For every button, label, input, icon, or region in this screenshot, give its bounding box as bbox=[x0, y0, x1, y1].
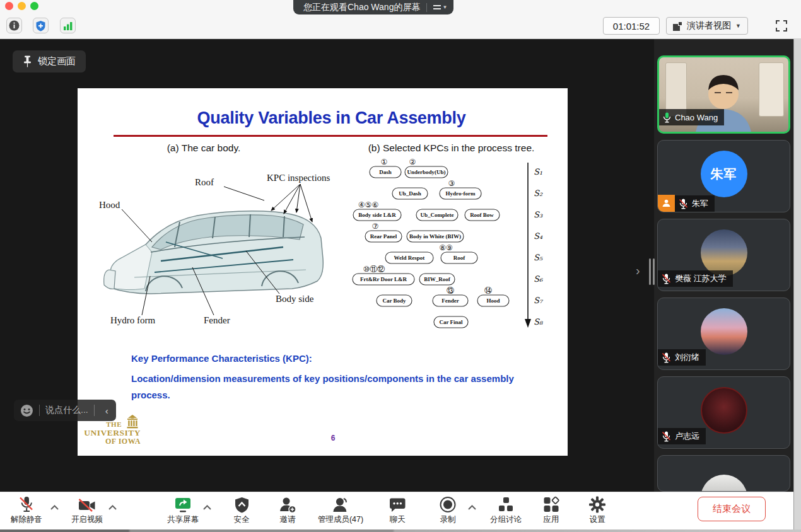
chat-input-placeholder[interactable]: 说点什么... bbox=[45, 405, 88, 416]
security-button[interactable]: 安全 bbox=[234, 495, 250, 525]
mic-muted-icon bbox=[662, 274, 671, 284]
pin-screen-button[interactable]: 锁定画面 bbox=[13, 50, 86, 72]
video-options-chevron[interactable] bbox=[108, 501, 117, 512]
stage-label: S₈ bbox=[534, 317, 543, 327]
pin-icon bbox=[23, 55, 32, 67]
background-window-bottom-edge bbox=[0, 529, 801, 532]
kpc-number-mark: ① bbox=[381, 158, 388, 166]
watching-screen-banner: 您正在观看Chao Wang的屏幕 ▼ bbox=[293, 0, 453, 14]
view-mode-label: 演讲者视图 bbox=[687, 20, 731, 32]
window-titlebar: 您正在观看Chao Wang的屏幕 ▼ 01:01:52 演讲者视图 ▼ bbox=[0, 0, 801, 39]
chat-quick-input[interactable]: 说点什么... ‹ bbox=[14, 400, 116, 421]
tree-node: Underbody(Ub) bbox=[407, 169, 445, 175]
view-mode-dropdown[interactable]: 演讲者视图 ▼ bbox=[666, 17, 748, 35]
toolbar-label: 设置 bbox=[590, 514, 605, 525]
watching-screen-text: 您正在观看Chao Wang的屏幕 bbox=[303, 2, 420, 13]
chevron-down-icon: ▼ bbox=[735, 23, 741, 29]
toolbar-label: 管理成员(47) bbox=[318, 514, 363, 525]
stage-label: S₂ bbox=[534, 188, 543, 198]
participant-tile-fanwei[interactable]: 樊薇 江苏大学 bbox=[657, 219, 790, 291]
share-options-chevron[interactable] bbox=[203, 501, 211, 512]
participant-avatar bbox=[701, 308, 747, 355]
toolbar-label: 聊天 bbox=[390, 514, 406, 525]
meeting-toolbar: 解除静音 开启视频 共享屏幕 bbox=[0, 492, 793, 529]
network-stats-button[interactable] bbox=[60, 18, 76, 33]
pin-screen-label: 锁定画面 bbox=[38, 55, 76, 67]
car-label-hood: Hood bbox=[99, 200, 120, 210]
participant-tile-liuyanxu[interactable]: 刘衍绪 bbox=[657, 298, 790, 370]
toolbar-label: 开启视频 bbox=[71, 514, 103, 525]
audio-options-chevron[interactable] bbox=[50, 501, 59, 512]
toolbar-label: 应用 bbox=[544, 514, 559, 525]
record-options-chevron[interactable] bbox=[468, 501, 476, 512]
record-icon bbox=[440, 496, 457, 513]
tree-node: BIW_Roof bbox=[424, 276, 451, 282]
chat-collapse-button[interactable]: ‹ bbox=[100, 405, 114, 416]
participant-tile-chao-wang[interactable]: Chao Wang bbox=[657, 55, 790, 134]
stage-label: S₇ bbox=[534, 296, 544, 305]
emoji-smiley-icon[interactable] bbox=[20, 404, 33, 417]
meeting-info-button[interactable] bbox=[6, 18, 22, 33]
participant-tile-zhujun[interactable]: 朱军 朱军 bbox=[657, 140, 790, 212]
manage-participants-button[interactable]: 管理成员(47) bbox=[318, 495, 363, 525]
macos-zoom-button[interactable] bbox=[30, 2, 38, 10]
record-button[interactable]: 录制 bbox=[440, 495, 457, 525]
mic-muted-icon bbox=[662, 431, 671, 442]
mic-on-icon bbox=[663, 112, 671, 123]
unmute-button[interactable]: 解除静音 bbox=[11, 495, 42, 525]
participants-icon bbox=[332, 497, 349, 513]
tree-node: Hydro-form bbox=[446, 190, 476, 197]
kpc-number-mark: ⑧⑨ bbox=[439, 243, 453, 252]
info-icon bbox=[9, 20, 20, 31]
tree-node: Roof bbox=[453, 255, 465, 261]
title-underline bbox=[114, 135, 547, 137]
screen-options-menu-icon[interactable]: ▼ bbox=[433, 4, 447, 10]
breakout-rooms-button[interactable]: 分组讨论 bbox=[490, 495, 522, 525]
sidebar-collapse-chevron[interactable]: › bbox=[636, 263, 640, 278]
presentation-slide: Quality Variables in Car Assembly (a) Th… bbox=[78, 88, 568, 456]
kpc-number-mark: ⑬ bbox=[447, 286, 454, 295]
chat-button[interactable]: 聊天 bbox=[389, 495, 406, 525]
old-capitol-icon bbox=[124, 415, 141, 429]
kpc-number-mark: ⑦ bbox=[372, 222, 379, 231]
participant-name: 卢志远 bbox=[675, 431, 699, 442]
caption-car-body: (a) The car body. bbox=[131, 142, 276, 154]
banner-divider bbox=[426, 3, 427, 12]
stage-label: S₃ bbox=[534, 210, 543, 219]
apps-grid-icon bbox=[543, 496, 560, 513]
slide-page-number: 6 bbox=[78, 434, 588, 442]
macos-close-button[interactable] bbox=[5, 2, 13, 10]
invite-button[interactable]: 邀请 bbox=[279, 495, 296, 525]
encryption-button[interactable] bbox=[33, 18, 49, 33]
participant-avatar bbox=[701, 229, 747, 276]
meeting-timer: 01:01:52 bbox=[603, 17, 660, 35]
sidebar-resize-handle[interactable] bbox=[649, 258, 655, 285]
participant-tile-partial[interactable] bbox=[657, 455, 790, 492]
participant-avatar: 朱军 bbox=[701, 151, 747, 197]
participant-name: 樊薇 江苏大学 bbox=[675, 273, 727, 284]
caption-kpc-tree: (b) Selected KPCs in the process tree. bbox=[346, 142, 557, 154]
participants-video-sidebar: Chao Wang 朱军 朱军 bbox=[654, 39, 793, 492]
tree-node: Rear Panel bbox=[370, 233, 397, 240]
kpc-body-text: Location/dimension measurements of key p… bbox=[131, 371, 530, 404]
car-label-fender: Fender bbox=[204, 315, 230, 325]
kpc-number-mark: ② bbox=[409, 158, 416, 166]
car-label-kpc-inspections: KPC inspections bbox=[267, 173, 330, 183]
share-screen-icon bbox=[173, 497, 192, 513]
participant-tile-luzhiyuan[interactable]: 卢志远 bbox=[657, 376, 790, 449]
kpc-number-mark: ⑭ bbox=[484, 286, 492, 295]
tree-node: Hood bbox=[486, 298, 500, 304]
invite-person-icon bbox=[279, 497, 296, 513]
start-video-button[interactable]: 开启视频 bbox=[71, 495, 103, 525]
macos-minimize-button[interactable] bbox=[18, 2, 26, 10]
background-window-edge bbox=[793, 39, 801, 532]
share-screen-button[interactable]: 共享屏幕 bbox=[167, 495, 199, 525]
tree-node: Body in White (BIW) bbox=[409, 233, 461, 240]
camera-muted-icon bbox=[78, 498, 96, 513]
apps-button[interactable]: 应用 bbox=[543, 495, 560, 525]
settings-button[interactable]: 设置 bbox=[589, 495, 606, 525]
fullscreen-button[interactable] bbox=[773, 18, 790, 34]
tree-node: Ub_Complete bbox=[421, 212, 454, 218]
end-meeting-button[interactable]: 结束会议 bbox=[698, 497, 766, 521]
logo-line-university: UNIVERSITY bbox=[83, 429, 141, 437]
